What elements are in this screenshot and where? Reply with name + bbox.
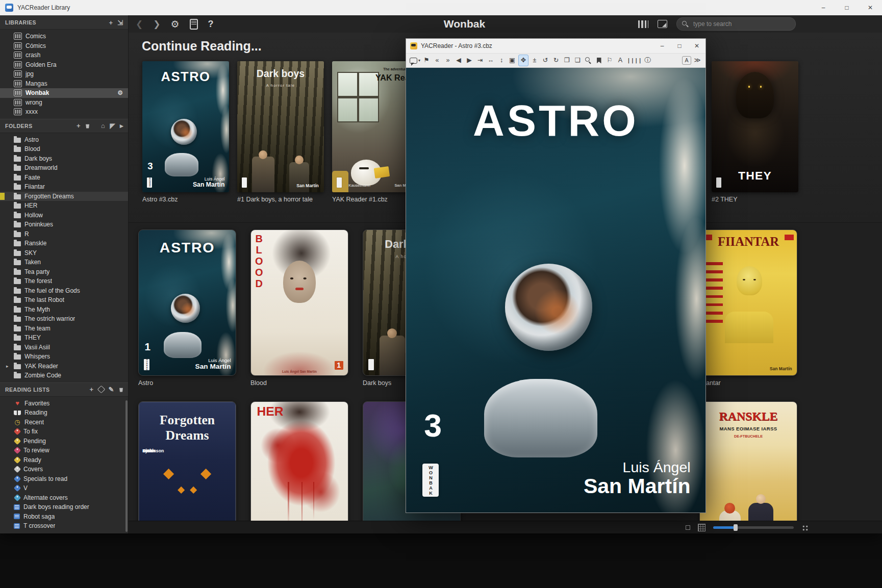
folder-item-the-myth[interactable]: The Myth <box>0 305 128 315</box>
library-settings-icon[interactable]: ⚙ <box>117 89 123 96</box>
folder-item-sky[interactable]: SKY <box>0 248 128 258</box>
reading-list-item-covers[interactable]: Covers <box>0 465 128 474</box>
folder-item-tea-party[interactable]: Tea party <box>0 267 128 277</box>
expand-arrow-icon[interactable]: ▸ <box>6 364 9 369</box>
folder-item-ranskle[interactable]: Ranskle <box>0 239 128 248</box>
manga-mode-icon[interactable]: ❏ <box>573 55 582 66</box>
comic-cover[interactable]: ASTRO1WONBAKLuis ÁngelSan Martín <box>138 229 236 376</box>
pan-icon[interactable]: ✥ <box>518 55 528 66</box>
folder-item-the-ostrich-warrior[interactable]: The ostrich warrior <box>0 314 128 324</box>
folder-item-fiiantar[interactable]: Fiiantar <box>0 182 128 192</box>
reading-list-item-dark-boys-reading-order[interactable]: Dark boys reading order <box>0 502 128 512</box>
comic-cover[interactable]: THEY <box>712 61 798 192</box>
reading-list-item-alternate-covers[interactable]: Alternate covers <box>0 493 128 503</box>
library-item-comics[interactable]: Comics <box>0 32 128 41</box>
add-reading-list-icon[interactable]: + <box>90 386 94 393</box>
library-item-golden-era[interactable]: Golden Era <box>0 60 128 70</box>
folder-item-blood[interactable]: Blood <box>0 144 128 154</box>
library-item-xxxx[interactable]: xxxx <box>0 107 128 117</box>
comic-cover[interactable]: Dark boysA horror taleSan Martín <box>237 61 324 192</box>
folder-item-forgotten-dreams[interactable]: Forgotten Dreams <box>0 192 128 201</box>
library-item-jpg[interactable]: jpg <box>0 69 128 79</box>
add-folder-icon[interactable]: + <box>77 122 81 129</box>
sidebar-scrollbar[interactable] <box>125 400 128 532</box>
delete-folder-icon[interactable] <box>85 122 90 129</box>
home-icon[interactable]: ⌂ <box>101 122 105 129</box>
folder-item-they[interactable]: THEY <box>0 333 128 343</box>
library-item-mangas[interactable]: Mangas <box>0 79 128 89</box>
minimize-button[interactable]: – <box>812 0 835 15</box>
delete-list-icon[interactable] <box>119 386 123 393</box>
comic-cover[interactable]: ASTRO3WONBAKLuis ÁngelSan Martín <box>142 61 229 192</box>
info-icon[interactable]: ⓘ <box>643 55 652 66</box>
comic-cover[interactable]: ForgottenDreamsMichaelLittleJamesLyonJoh… <box>138 401 236 521</box>
reader-minimize-button[interactable]: – <box>653 39 671 53</box>
comic-cover[interactable]: HER <box>250 401 348 521</box>
folder-item-her[interactable]: HER <box>0 201 128 211</box>
parent-folder-icon[interactable]: ◤ <box>110 122 115 129</box>
folder-item-r[interactable]: R <box>0 229 128 239</box>
goto-page-icon[interactable]: ⇥ <box>475 55 485 66</box>
library-item-wonbak[interactable]: Wonbak⚙ <box>0 88 128 98</box>
fit-width-icon[interactable]: ↔ <box>486 55 495 66</box>
reading-list-item-ready[interactable]: Ready <box>0 455 128 465</box>
rename-list-icon[interactable]: ✎ <box>109 386 114 393</box>
bookmarks-list-icon[interactable]: ⚐ <box>605 55 614 66</box>
reader-close-button[interactable]: ✕ <box>688 39 705 53</box>
folder-item-zombie-code[interactable]: Zombie Code <box>0 371 128 380</box>
flow-view-icon[interactable] <box>658 20 667 28</box>
library-item-wrong[interactable]: wrong <box>0 98 128 108</box>
translate-icon[interactable]: A <box>616 55 625 66</box>
previous-page-icon[interactable]: ◀ <box>454 55 463 66</box>
covers-view-icon[interactable] <box>638 20 648 28</box>
rotate-right-icon[interactable]: ↻ <box>551 55 561 66</box>
library-item-c-mics[interactable]: Cómics <box>0 41 128 51</box>
comic-cover[interactable]: BLOOD1Luis Ángel San Martín <box>250 229 348 376</box>
barcode-icon[interactable]: ❘❘❘❘ <box>626 55 642 66</box>
fast-forward-icon[interactable]: » <box>443 55 452 66</box>
reading-list-item-robot-saga[interactable]: Robot saga <box>0 512 128 522</box>
search-input[interactable] <box>692 20 790 28</box>
library-item-crash[interactable]: crash <box>0 50 128 60</box>
add-library-icon[interactable]: + <box>109 19 113 26</box>
reading-list-item-favorites[interactable]: ♥Favorites <box>0 399 128 408</box>
next-page-icon[interactable]: ▶ <box>465 55 474 66</box>
forward-icon[interactable]: ❯ <box>153 20 160 29</box>
folder-item-the-forest[interactable]: The forest <box>0 276 128 286</box>
folder-item-the-team[interactable]: The team <box>0 324 128 334</box>
fast-backward-icon[interactable]: « <box>433 55 442 66</box>
small-covers-icon[interactable] <box>686 525 690 530</box>
help-icon[interactable]: ? <box>208 19 214 29</box>
reading-list-item-pending[interactable]: Pending <box>0 437 128 446</box>
rotate-left-icon[interactable]: ↺ <box>541 55 550 66</box>
folder-item-whispers[interactable]: Whispers <box>0 352 128 362</box>
reading-list-item-reading[interactable]: Reading <box>0 408 128 418</box>
close-button[interactable]: ✕ <box>859 0 882 15</box>
maximize-button[interactable]: □ <box>835 0 859 15</box>
settings-gear-icon[interactable]: ⚙ <box>171 19 180 29</box>
font-size-icon[interactable]: A <box>682 56 691 65</box>
comic-info-icon[interactable] <box>190 19 198 30</box>
forward-icon[interactable]: ▸ <box>120 122 123 129</box>
goto-flow-icon[interactable]: ⚑ <box>422 55 431 66</box>
zoom-icon[interactable]: ± <box>530 55 539 66</box>
reading-list-item-v[interactable]: V <box>0 483 128 493</box>
folder-item-astro[interactable]: Astro <box>0 135 128 145</box>
reader-maximize-button[interactable]: □ <box>671 39 688 53</box>
fit-screen-icon[interactable]: ▣ <box>508 55 517 66</box>
folder-item-hollow[interactable]: Hollow <box>0 211 128 220</box>
folder-item-vasii-asiil[interactable]: Vasii Asiil <box>0 343 128 352</box>
search-box[interactable] <box>676 17 796 31</box>
folder-item-the-fuel-of-the-gods[interactable]: The fuel of the Gods <box>0 286 128 296</box>
comic-cover[interactable]: FIIANTARSan Martín <box>699 229 797 376</box>
bubble-menu-icon[interactable]: ▾ <box>410 55 420 66</box>
folder-item-faate[interactable]: Faate <box>0 173 128 183</box>
grid-size-icon[interactable] <box>698 524 705 531</box>
import-library-icon[interactable]: ⇲ <box>118 19 123 26</box>
reading-list-item-to-review[interactable]: To review <box>0 446 128 455</box>
comic-cover[interactable]: RANSKLEMANS EOIMASE IARSSDE-FTBUCHELE <box>699 401 797 521</box>
folder-item-the-last-robot[interactable]: The last Robot <box>0 295 128 305</box>
reading-list-item-specials-to-read[interactable]: Specials to read <box>0 474 128 484</box>
tag-icon[interactable] <box>98 386 104 393</box>
back-icon[interactable]: ❮ <box>136 20 143 29</box>
